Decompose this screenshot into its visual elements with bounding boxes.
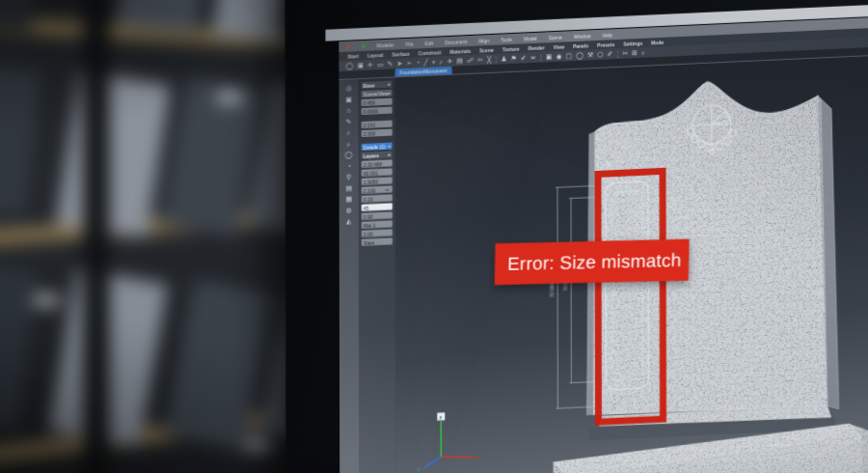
- zoom-tool-icon[interactable]: ⌕: [641, 49, 645, 56]
- arc-tool-icon[interactable]: ◔: [416, 59, 420, 66]
- flag-tool-icon[interactable]: ⚑: [511, 55, 517, 62]
- axis-x-label: x: [476, 454, 479, 459]
- trim-tool-icon[interactable]: ✂: [477, 56, 483, 63]
- menubar-item[interactable]: View: [554, 43, 564, 50]
- edit-icon[interactable]: ✎: [346, 118, 352, 125]
- menubar-item[interactable]: Layout: [367, 51, 383, 58]
- triangle-icon[interactable]: ◭: [346, 217, 351, 224]
- panel-row[interactable]: 2.141: [362, 120, 393, 127]
- panel-row[interactable]: Layers: [362, 151, 393, 158]
- monitor: ModelerFileEditDocumentAlignToolsModelSc…: [285, 0, 868, 473]
- select-icon[interactable]: ▣: [345, 96, 352, 102]
- axis-gizmo: z x y: [417, 411, 479, 472]
- target-icon[interactable]: ◎: [346, 84, 352, 91]
- titlebar-menu-item[interactable]: File: [406, 41, 414, 46]
- viewport[interactable]: 600 340 70 0992 70 0910: [395, 51, 868, 473]
- grid-tool-icon[interactable]: ⊞: [632, 49, 637, 56]
- titlebar-menu-item[interactable]: Tools: [501, 36, 512, 42]
- check-tool-icon[interactable]: ✔: [521, 54, 527, 61]
- menubar-item[interactable]: Start: [348, 53, 359, 60]
- polygon-tool-icon[interactable]: ⬡: [597, 51, 603, 58]
- axis-y-label: y: [417, 465, 420, 471]
- panel-row[interactable]: 1.9050: [362, 177, 393, 184]
- move-tool-icon[interactable]: ✛: [367, 61, 373, 68]
- zoom-out-icon[interactable]: ⌕: [347, 140, 351, 147]
- active-select-tool-icon[interactable]: ▣: [357, 62, 364, 69]
- circle-icon[interactable]: ◯: [345, 151, 353, 157]
- dim-width-inner: 340: [605, 162, 613, 168]
- grid-icon[interactable]: ▦: [345, 195, 352, 202]
- panel-row[interactable]: 2.00: [362, 229, 393, 236]
- menubar-item[interactable]: Render: [529, 44, 545, 51]
- build-tool-icon[interactable]: ⚒: [587, 51, 593, 58]
- panel-row[interactable]: Mat 1: [362, 220, 393, 228]
- rows-icon[interactable]: ▤: [345, 184, 352, 191]
- panel-row[interactable]: 2.300: [362, 128, 393, 136]
- titlebar-menu-item[interactable]: Window: [574, 33, 591, 40]
- titlebar-menu-item[interactable]: Model: [524, 35, 537, 42]
- titlebar-menu-item[interactable]: Document: [445, 38, 467, 44]
- mirror-tool-icon[interactable]: ☍: [467, 57, 474, 64]
- panel-row[interactable]: 45: [362, 203, 393, 210]
- cursor-alt-tool-icon[interactable]: ➣: [406, 60, 412, 67]
- panel-row[interactable]: Slate: [362, 237, 393, 245]
- menubar-item[interactable]: Surface: [392, 50, 409, 57]
- separator: ¦: [495, 55, 497, 63]
- align-tool-icon[interactable]: ≍: [530, 54, 536, 61]
- menubar-item[interactable]: Scene: [479, 46, 494, 53]
- panel-row[interactable]: Scene/View: [362, 89, 393, 97]
- panel-row[interactable]: 0.450: [362, 97, 393, 105]
- menubar-item[interactable]: Materials: [449, 47, 471, 54]
- cursor-tool-icon[interactable]: ➤: [396, 60, 402, 67]
- probe-icon[interactable]: ⚲: [346, 173, 351, 180]
- layers-tool-icon[interactable]: ▤: [456, 57, 463, 64]
- annotate-tool-icon[interactable]: ✐: [607, 50, 612, 57]
- window-zoom-dot[interactable]: [362, 43, 366, 47]
- circle-tool-icon[interactable]: ◯: [346, 62, 354, 69]
- snap-tool-icon[interactable]: ⌖: [432, 58, 436, 65]
- axis-z-label: z: [439, 414, 442, 420]
- search-tool-icon[interactable]: ⌕: [440, 58, 444, 65]
- ellipse-tool-icon[interactable]: ◯: [576, 51, 583, 58]
- render-tool-icon[interactable]: ◉: [556, 53, 561, 60]
- panel-row[interactable]: [362, 137, 393, 141]
- menubar-item[interactable]: Settings: [623, 40, 642, 46]
- panel-row[interactable]: [362, 115, 393, 119]
- menubar-item[interactable]: Construct: [419, 49, 442, 56]
- orient-tool-icon[interactable]: ✈: [448, 58, 453, 65]
- arc-icon[interactable]: ◔: [347, 162, 351, 169]
- titlebar-menu-item[interactable]: Modeler: [377, 42, 394, 48]
- zoom-in-icon[interactable]: ⌕: [347, 128, 351, 135]
- titlebar-menu-item[interactable]: Align: [478, 37, 489, 42]
- panel-row[interactable]: Details (1): [362, 142, 393, 150]
- photo-of-monitor-scene: ModelerFileEditDocumentAlignToolsModelSc…: [0, 0, 868, 473]
- frame-tool-icon[interactable]: ▢: [566, 52, 573, 59]
- delete-tool-icon[interactable]: ╳: [487, 56, 491, 63]
- menubar-item[interactable]: Panels: [573, 42, 588, 49]
- home-view-icon[interactable]: ⌂: [347, 106, 351, 113]
- properties-panel: BaseScene/View0.4500.00062.1412.300Detai…: [359, 77, 396, 473]
- draw-tool-icon[interactable]: ✎: [388, 60, 393, 67]
- menubar-item[interactable]: Presets: [597, 42, 614, 48]
- figure-tool-icon[interactable]: ♟: [501, 55, 506, 62]
- panel-row[interactable]: 2.100: [362, 185, 393, 193]
- titlebar-menu-item[interactable]: Help: [603, 32, 612, 38]
- menubar-item[interactable]: Texture: [502, 45, 520, 52]
- menubar-item[interactable]: Mode: [651, 39, 664, 45]
- panel-row[interactable]: 0.0006: [362, 106, 393, 114]
- panel-row[interactable]: 0.90: [362, 211, 393, 219]
- titlebar-menu-item[interactable]: Scene: [549, 34, 562, 41]
- section-tool-icon[interactable]: ✂: [622, 49, 628, 56]
- left-toolstrip: ◎▣⌂✎⌕⌕◯◔⚲▤▦⚙◭: [339, 79, 360, 473]
- panel-row[interactable]: 2.30 MM: [362, 159, 393, 167]
- panel-row[interactable]: Base: [362, 80, 393, 88]
- titlebar-menu-item[interactable]: Edit: [425, 40, 434, 45]
- panel-tool-icon[interactable]: ▣: [546, 53, 553, 60]
- dim-width-top: 600: [618, 143, 629, 149]
- settings-icon[interactable]: ⚙: [346, 207, 352, 213]
- line-tool-icon[interactable]: ╱: [423, 59, 427, 66]
- window-close-dot[interactable]: [346, 44, 350, 48]
- panel-row[interactable]: 90.001: [362, 168, 393, 176]
- panel-row[interactable]: 0.15: [362, 194, 393, 202]
- rectangle-tool-icon[interactable]: ▭: [377, 61, 384, 68]
